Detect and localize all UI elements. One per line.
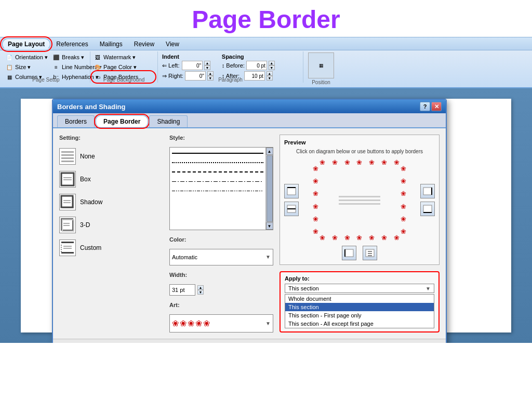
- spacing-before-down[interactable]: ▼: [269, 65, 275, 70]
- style-dotted[interactable]: [172, 159, 263, 166]
- color-row: Color:: [169, 236, 273, 245]
- width-up[interactable]: ▲: [197, 285, 204, 290]
- preview-description: Click on diagram below or use buttons to…: [284, 149, 435, 154]
- flower-border-bottom: ❀ ❀ ❀ ❀ ❀ ❀ ❀: [317, 234, 402, 242]
- style-list[interactable]: ▲ ▼: [169, 147, 273, 230]
- svg-rect-9: [63, 200, 71, 201]
- tab-view[interactable]: View: [160, 38, 185, 50]
- size-icon: 📋: [5, 63, 14, 71]
- style-double-dash-dot[interactable]: [172, 187, 263, 194]
- tab-page-border[interactable]: Page Border: [96, 115, 148, 127]
- arrange-label: Position: [312, 79, 330, 85]
- position-button[interactable]: ▦: [308, 52, 334, 78]
- indent-left-input[interactable]: [182, 61, 203, 70]
- left-border-buttons: [284, 184, 299, 216]
- apply-dropdown-arrow: ▼: [425, 286, 431, 291]
- setting-box[interactable]: Box: [59, 170, 163, 189]
- art-flower-5: ❀: [203, 318, 210, 328]
- apply-option-this-section[interactable]: This section: [285, 303, 434, 311]
- svg-rect-28: [345, 249, 353, 257]
- svg-rect-2: [61, 157, 74, 159]
- setting-none[interactable]: None: [59, 147, 163, 166]
- svg-rect-6: [63, 179, 72, 180]
- right-border-buttons: [420, 184, 435, 216]
- dialog-titlebar: Borders and Shading ? ✕: [53, 100, 446, 113]
- svg-rect-24: [423, 188, 432, 195]
- setting-3d-icon: [59, 217, 76, 233]
- indent-left-up[interactable]: ▲: [204, 61, 210, 65]
- apply-selected[interactable]: This section ▼: [285, 284, 434, 293]
- preview-line-2: [339, 200, 380, 201]
- setting-shadow[interactable]: Shadow: [59, 193, 163, 211]
- indent-left-down[interactable]: ▼: [204, 65, 210, 70]
- apply-option-except-first[interactable]: This section - All except first page: [285, 320, 434, 328]
- tab-page-layout[interactable]: Page Layout: [2, 38, 50, 50]
- flower-border-left: ❀ ❀ ❀ ❀ ❀ ❀: [313, 163, 318, 237]
- setting-shadow-label: Shadow: [80, 198, 102, 206]
- apply-dropdown[interactable]: Whole document This section This section…: [285, 294, 434, 328]
- dialog-help-button[interactable]: ?: [420, 102, 430, 111]
- preview-inner-lines: [339, 196, 380, 205]
- color-label: Color:: [169, 236, 186, 243]
- page-setup-label: Page Setup: [2, 77, 90, 83]
- apply-option-first-page[interactable]: This section - First page only: [285, 311, 434, 320]
- right-side-btn[interactable]: [363, 246, 377, 260]
- apply-to-section: Apply to: This section ▼ Whole document: [280, 271, 440, 332]
- art-select[interactable]: ❀ ❀ ❀ ❀ ❀ ▼: [169, 314, 273, 333]
- tab-borders[interactable]: Borders: [57, 115, 95, 127]
- dialog-close-button[interactable]: ✕: [431, 102, 442, 111]
- preview-box[interactable]: ❀ ❀ ❀ ❀ ❀ ❀ ❀: [313, 158, 406, 242]
- spacing-after-up[interactable]: ▲: [267, 71, 273, 76]
- left-side-btn[interactable]: [342, 246, 356, 260]
- style-solid[interactable]: [172, 150, 263, 157]
- style-dashed[interactable]: [172, 168, 263, 176]
- before-label: ↕ Before:: [222, 62, 245, 69]
- tab-references[interactable]: References: [50, 38, 94, 50]
- svg-rect-17: [63, 246, 72, 247]
- size-button[interactable]: 📋 Size ▾: [4, 62, 49, 72]
- art-flower-1: ❀: [172, 318, 179, 328]
- width-spinners: ▲ ▼: [197, 285, 204, 295]
- line-numbers-icon: ≡: [52, 63, 60, 71]
- dialog-preview-panel: Preview Click on diagram below or use bu…: [280, 135, 440, 332]
- watermark-button[interactable]: 🖼 Watermark ▾: [92, 52, 154, 62]
- spacing-before-up[interactable]: ▲: [269, 61, 275, 65]
- spacing-before-spinners: ▲ ▼: [269, 61, 275, 70]
- scroll-down[interactable]: ▼: [266, 222, 273, 230]
- tab-review[interactable]: Review: [128, 38, 160, 50]
- width-down[interactable]: ▼: [197, 290, 204, 295]
- ribbon-tabs: Page Layout References Mailings Review V…: [0, 37, 532, 50]
- spacing-before-input[interactable]: [246, 61, 267, 70]
- arrange-group: ▦ Position: [303, 51, 340, 86]
- setting-shadow-icon: [59, 194, 76, 210]
- svg-rect-33: [368, 255, 372, 256]
- word-background: Borders and Shading ? ✕ Borders Page Bor…: [0, 88, 532, 343]
- svg-rect-3: [61, 161, 74, 162]
- indent-right-up[interactable]: ▲: [207, 71, 214, 76]
- scroll-up[interactable]: ▲: [266, 148, 273, 155]
- setting-3d[interactable]: 3-D: [59, 216, 163, 234]
- flower-border-top: ❀ ❀ ❀ ❀ ❀ ❀ ❀: [317, 158, 402, 166]
- svg-rect-32: [368, 253, 372, 254]
- art-flower-4: ❀: [195, 318, 202, 328]
- style-dash-dot[interactable]: [172, 178, 263, 185]
- tab-mailings[interactable]: Mailings: [94, 38, 128, 50]
- scroll-thumb[interactable]: [267, 155, 273, 222]
- svg-rect-10: [63, 202, 71, 203]
- bottom-border-btn[interactable]: [420, 202, 435, 216]
- setting-custom[interactable]: Custom: [59, 238, 163, 257]
- right-border-btn[interactable]: [420, 184, 435, 198]
- page-color-icon: 🎨: [94, 63, 102, 71]
- apply-option-whole[interactable]: Whole document: [285, 295, 434, 303]
- color-select[interactable]: Automatic ▼: [169, 249, 273, 265]
- paragraph-label: Paragraph: [158, 77, 303, 83]
- svg-rect-26: [423, 205, 432, 212]
- orientation-button[interactable]: 📄 Orientation ▾: [4, 52, 49, 62]
- page-color-button[interactable]: 🎨 Page Color ▾: [92, 62, 154, 72]
- width-value[interactable]: 31 pt: [169, 284, 195, 296]
- setting-none-icon: [59, 148, 76, 165]
- width-row: Width:: [169, 272, 273, 280]
- middle-border-btn[interactable]: [284, 202, 299, 216]
- tab-shading[interactable]: Shading: [149, 115, 188, 127]
- top-border-btn[interactable]: [284, 184, 299, 198]
